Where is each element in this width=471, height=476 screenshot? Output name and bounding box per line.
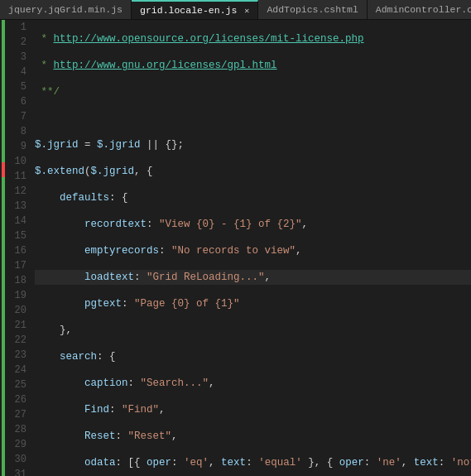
tab-label-admincontroller: AdminController.cs <box>376 4 471 15</box>
code-content[interactable]: * http://www.opensource.org/licenses/mit… <box>30 20 471 476</box>
tab-grid-locale[interactable]: grid.locale-en.js ✕ <box>132 0 258 19</box>
tab-label-jquery-min: jquery.jqGrid.min.js <box>8 4 123 15</box>
red-bar <box>2 162 5 177</box>
code-area: 1 2 3 4 5 6 7 8 9 10 11 12 13 14 15 16 1… <box>0 20 471 476</box>
tab-admincontroller[interactable]: AdminController.cs <box>368 0 471 19</box>
tab-bar: jquery.jqGrid.min.js grid.locale-en.js ✕… <box>0 0 471 20</box>
tab-addtopics[interactable]: AddTopics.cshtml <box>258 0 367 19</box>
tab-jquery-min[interactable]: jquery.jqGrid.min.js <box>0 0 132 19</box>
tab-label-addtopics: AddTopics.cshtml <box>267 4 358 15</box>
tab-label-grid-locale: grid.locale-en.js <box>140 5 237 16</box>
green-bar <box>2 20 5 476</box>
line-numbers: 1 2 3 4 5 6 7 8 9 10 11 12 13 14 15 16 1… <box>7 20 30 476</box>
close-icon[interactable]: ✕ <box>244 6 249 16</box>
